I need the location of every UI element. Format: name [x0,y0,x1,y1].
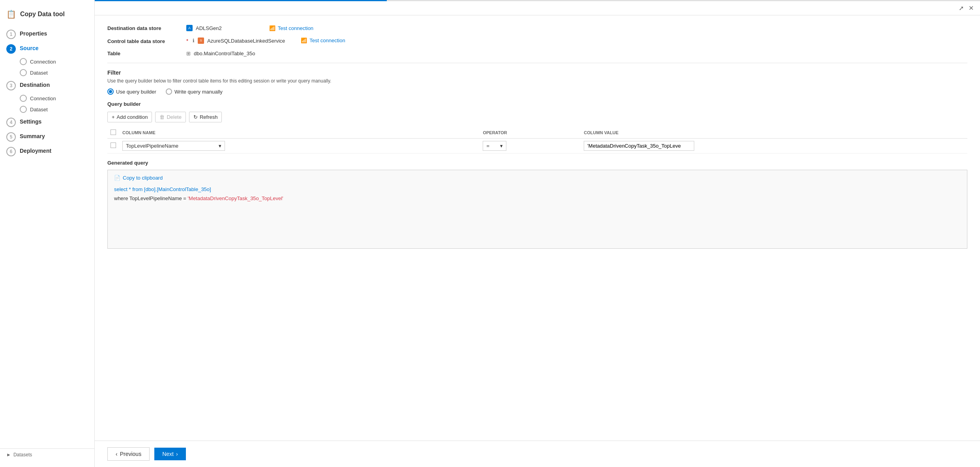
nav-label-summary: Summary [20,132,45,141]
wifi-icon: 📶 [269,25,275,31]
destination-row: Destination data store A ADLSGen2 📶 Test… [107,25,967,31]
column-name-select[interactable]: TopLevelPipelineName ▾ [122,141,225,151]
sidebar-item-source-dataset[interactable]: Dataset [20,67,94,78]
sub-circle-dest-connection [20,95,27,102]
previous-button[interactable]: ‹ Previous [107,447,150,461]
operator-value: = [486,143,489,149]
table-icon: ⊞ [186,51,191,56]
filter-desc: Use the query builder below to filter co… [107,78,967,84]
control-table-value-text: AzureSQLDatabaseLinkedService [207,38,285,44]
nav-label-properties: Properties [20,29,47,38]
nav-label-source: Source [20,44,38,53]
column-name-value: TopLevelPipelineName [126,143,178,149]
sidebar-bottom-datasets[interactable]: ► Datasets [0,448,94,461]
radio-dot-query-builder [107,88,114,95]
radio-write-manually[interactable]: Write query manually [166,88,223,95]
sidebar-item-destination[interactable]: 3 Destination [0,78,94,93]
query-line2-pre: where TopLevelPipelineName = [114,195,188,201]
col-header-operator: OPERATOR [480,127,581,139]
main-content: ➚ ✕ Destination data store A ADLSGen2 📶 … [95,0,980,467]
radio-query-builder[interactable]: Use query builder [107,88,156,95]
add-condition-button[interactable]: + Add condition [107,112,152,122]
destination-value: A ADLSGen2 [186,25,222,31]
step-circle-6: 6 [6,147,16,156]
sidebar-title: 📋 Copy Data tool [0,6,94,27]
test-connection-control[interactable]: 📶 Test connection [301,38,345,43]
chevron-right-icon: › [176,451,178,457]
sidebar-item-properties[interactable]: 1 Properties [0,27,94,41]
table-value: ⊞ dbo.MainControlTable_35o [186,51,255,56]
wifi-icon-2: 📶 [301,38,307,43]
chevron-down-icon: ▾ [219,143,221,149]
radio-query-builder-label: Use query builder [116,89,156,95]
sidebar-item-destination-connection[interactable]: Connection [20,93,94,104]
next-button[interactable]: Next › [154,448,186,460]
source-connection-label: Connection [30,59,56,65]
sidebar-item-destination-dataset[interactable]: Dataset [20,104,94,115]
sidebar-title-text: Copy Data tool [20,11,65,18]
sidebar-item-source-connection[interactable]: Connection [20,56,94,67]
step-circle-4: 4 [6,118,16,127]
sub-circle-dataset [20,69,27,76]
test-connection-ctrl-label: Test connection [309,38,345,43]
column-value-input[interactable] [584,141,694,151]
sidebar-item-summary[interactable]: 5 Summary [0,129,94,144]
nav-label-destination: Destination [20,81,50,89]
table-label: Table [107,51,186,56]
step-circle-3: 3 [6,81,16,90]
sub-circle-dest-dataset [20,106,27,113]
sidebar-bottom-label: Datasets [13,452,32,458]
condition-row-1: TopLevelPipelineName ▾ = ▾ [107,139,967,154]
test-connection-dest-label: Test connection [278,25,313,31]
chevron-right-icon: ► [6,452,11,458]
col-header-column-name: COLUMN NAME [119,127,480,139]
delete-label: Delete [167,114,182,120]
expand-icon[interactable]: ➚ [959,4,964,12]
generated-query-title: Generated query [107,160,967,166]
plus-icon: + [112,114,115,120]
query-line-2: where TopLevelPipelineName = 'MetadataDr… [114,194,961,203]
query-line2-value: 'MetadataDrivenCopyTask_35o_TopLevel' [188,195,283,201]
bottom-actions: ‹ Previous Next › [95,441,980,467]
step-circle-2: 2 [6,44,16,54]
table-value-text: dbo.MainControlTable_35o [194,51,255,56]
refresh-label: Refresh [200,114,218,120]
query-toolbar: + Add condition 🗑 Delete ↻ Refresh [107,112,967,122]
add-condition-label: Add condition [117,114,148,120]
divider [107,63,967,63]
info-icon: ℹ [193,38,195,43]
sidebar-item-deployment[interactable]: 6 Deployment [0,144,94,159]
dest-connection-label: Connection [30,96,56,101]
radio-write-manually-label: Write query manually [174,89,223,95]
radio-group: Use query builder Write query manually [107,88,967,95]
previous-label: Previous [120,451,141,457]
copy-clipboard-button[interactable]: 📄 Copy to clipboard [114,175,961,181]
operator-select[interactable]: = ▾ [483,141,506,151]
source-sub-items: Connection Dataset [0,56,94,78]
content-area: Destination data store A ADLSGen2 📶 Test… [95,15,980,441]
next-label: Next [162,451,174,457]
sidebar-item-settings[interactable]: 4 Settings [0,115,94,129]
row-checkbox-1[interactable] [111,143,116,148]
nav-label-deployment: Deployment [20,146,51,155]
delete-button[interactable]: 🗑 Delete [155,112,186,122]
close-icon[interactable]: ✕ [969,4,974,12]
trash-icon: 🗑 [159,114,165,120]
test-connection-destination[interactable]: 📶 Test connection [269,25,313,31]
destination-label: Destination data store [107,25,186,31]
destination-value-text: ADLSGen2 [196,25,222,31]
control-table-value: * ℹ S AzureSQLDatabaseLinkedService [186,38,285,44]
required-star: * [186,38,188,44]
copy-clipboard-label: Copy to clipboard [123,175,163,181]
refresh-button[interactable]: ↻ Refresh [189,112,222,122]
refresh-icon: ↻ [193,114,198,120]
col-header-column-value: COLUMN VALUE [581,127,967,139]
select-all-checkbox[interactable] [111,129,116,135]
control-table-row: Control table data store * ℹ S AzureSQLD… [107,38,967,44]
step-circle-5: 5 [6,132,16,142]
chevron-left-icon: ‹ [116,451,118,457]
sql-icon: S [198,38,204,44]
copy-icon: 📄 [114,175,120,181]
sidebar-item-source[interactable]: 2 Source [0,41,94,56]
query-line-1: select * from [dbo].[MainControlTable_35… [114,185,961,194]
